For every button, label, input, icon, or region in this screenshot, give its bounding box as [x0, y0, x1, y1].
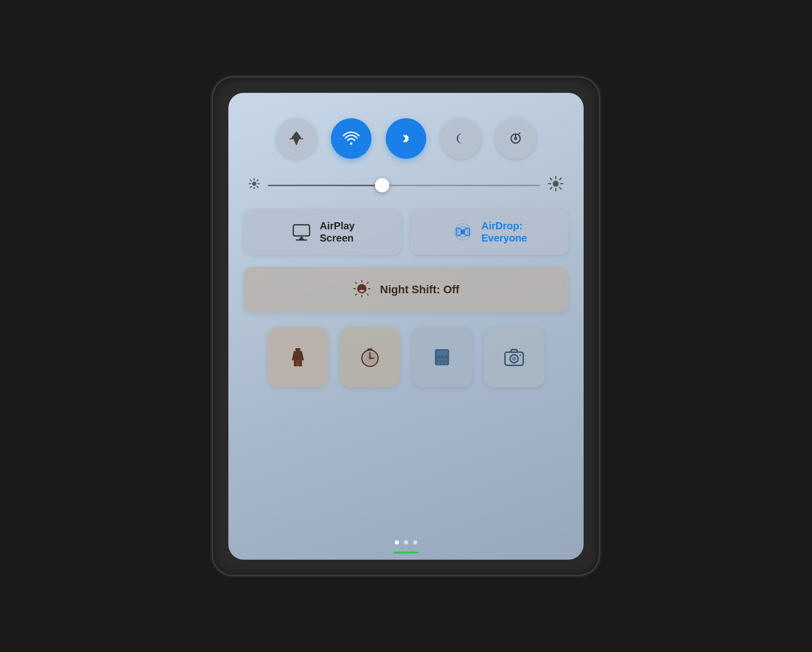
svg-line-18 — [560, 187, 561, 189]
svg-point-47 — [441, 358, 444, 361]
svg-line-10 — [257, 180, 258, 181]
control-center-panel: AirPlay Screen — [244, 113, 568, 534]
svg-rect-35 — [295, 348, 300, 351]
svg-rect-21 — [293, 225, 310, 236]
svg-line-11 — [251, 186, 252, 187]
brightness-slider-row — [244, 176, 568, 195]
device-frame: AirPlay Screen — [213, 78, 599, 575]
svg-point-43 — [369, 357, 371, 359]
airdrop-icon — [452, 221, 474, 243]
night-shift-label: Night Shift: Off — [380, 283, 459, 296]
airplay-screen-label: AirPlay Screen — [320, 220, 355, 244]
airplay-icon — [290, 221, 313, 243]
svg-line-19 — [560, 178, 561, 180]
wifi-button[interactable] — [331, 118, 371, 159]
page-dot-2 — [404, 540, 408, 544]
svg-point-48 — [445, 358, 447, 361]
rotation-lock-button[interactable] — [495, 118, 536, 159]
page-dot-1 — [395, 540, 399, 544]
svg-point-3 — [252, 182, 256, 186]
airdrop-label: AirDrop: Everyone — [481, 220, 527, 244]
svg-line-31 — [355, 282, 356, 283]
svg-line-32 — [367, 294, 368, 295]
brightness-fill — [268, 185, 382, 186]
svg-line-17 — [550, 178, 552, 180]
svg-point-50 — [441, 362, 444, 364]
airplay-screen-button[interactable]: AirPlay Screen — [244, 209, 401, 255]
brightness-max-icon — [548, 176, 563, 195]
home-indicator — [393, 552, 419, 554]
timer-button[interactable] — [340, 327, 400, 388]
device-screen: AirPlay Screen — [228, 93, 584, 560]
bluetooth-button[interactable] — [386, 118, 426, 159]
top-icons-row — [244, 118, 568, 159]
svg-line-9 — [257, 186, 258, 187]
svg-point-51 — [445, 362, 447, 364]
svg-point-54 — [512, 357, 516, 361]
svg-line-33 — [367, 282, 368, 283]
do-not-disturb-button[interactable] — [441, 118, 481, 159]
svg-rect-45 — [436, 351, 448, 356]
airplane-mode-button[interactable] — [276, 118, 317, 159]
svg-point-49 — [437, 362, 440, 364]
page-dot-3 — [413, 540, 417, 544]
svg-point-55 — [519, 354, 521, 356]
brightness-thumb[interactable] — [375, 178, 389, 192]
svg-point-2 — [514, 137, 517, 140]
camera-button[interactable] — [484, 327, 545, 388]
svg-rect-36 — [296, 360, 300, 366]
app-icons-row — [244, 327, 568, 388]
flashlight-button[interactable] — [267, 327, 328, 388]
brightness-track[interactable] — [268, 185, 540, 186]
svg-line-20 — [550, 187, 552, 189]
night-shift-icon — [353, 280, 371, 300]
svg-point-46 — [437, 358, 440, 361]
airdrop-button[interactable]: AirDrop: Everyone — [411, 209, 568, 255]
action-buttons-row: AirPlay Screen — [244, 209, 568, 255]
svg-line-34 — [355, 294, 356, 295]
svg-line-8 — [251, 180, 252, 181]
svg-point-12 — [553, 181, 559, 187]
svg-point-0 — [350, 142, 353, 145]
calculator-button[interactable] — [412, 327, 472, 388]
brightness-min-icon — [249, 178, 260, 192]
page-dots — [395, 540, 417, 544]
night-shift-button[interactable]: Night Shift: Off — [244, 267, 568, 313]
